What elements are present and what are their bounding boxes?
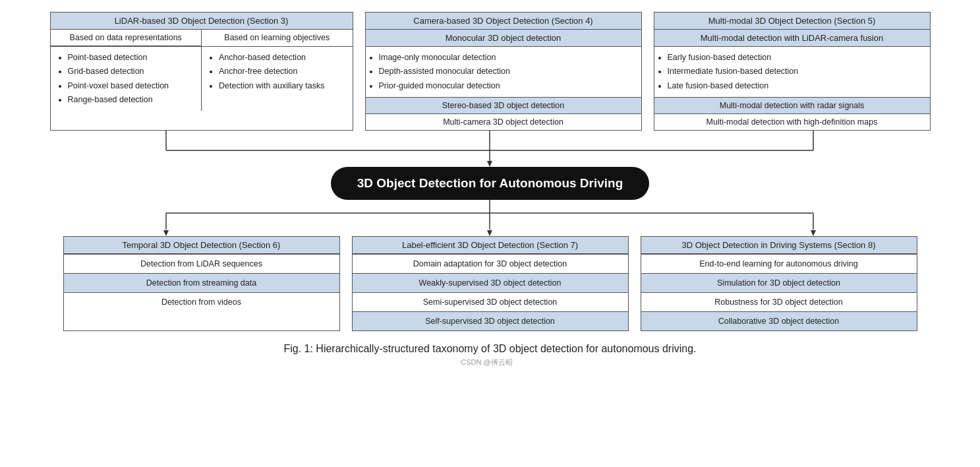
list-item: Anchor-based detection	[219, 51, 346, 65]
list-item: Late fusion-based detection	[668, 79, 917, 93]
svg-marker-13	[811, 230, 816, 236]
center-node: 3D Object Detection for Autonomous Drivi…	[331, 167, 650, 200]
list-item: Intermediate fusion-based detection	[668, 65, 917, 78]
camera-extra-row-0: Stereo-based 3D object detection	[366, 97, 641, 113]
top-arrows	[13, 131, 967, 167]
svg-marker-11	[487, 230, 492, 236]
list-item: Early fusion-based detection	[668, 51, 917, 65]
top-row: LiDAR-based 3D Object Detection (Section…	[13, 12, 967, 131]
list-item: Point-based detection	[68, 51, 195, 65]
lidar-box: LiDAR-based 3D Object Detection (Section…	[50, 12, 353, 131]
list-item: Prior-guided monocular detection	[379, 79, 628, 93]
label-efficient-box: Label-efficient 3D Object Detection (Sec…	[352, 236, 629, 331]
temporal-row-1: Detection from streaming data	[64, 273, 339, 292]
lidar-split-headers: Based on data representations Based on l…	[51, 30, 353, 47]
camera-extra-row-1: Multi-camera 3D object detection	[366, 113, 641, 130]
temporal-header: Temporal 3D Object Detection (Section 6)	[64, 237, 339, 254]
label-efficient-row-0: Domain adaptation for 3D object detectio…	[353, 254, 628, 273]
bottom-arrows	[13, 200, 967, 236]
svg-marker-9	[163, 230, 169, 236]
label-efficient-row-1: Weakly-supervised 3D object detection	[353, 273, 628, 292]
lidar-left-header: Based on data representations	[51, 30, 202, 46]
camera-header: Camera-based 3D Object Detection (Sectio…	[366, 13, 641, 30]
camera-sub-header: Monocular 3D object detection	[366, 30, 641, 47]
bottom-row: Temporal 3D Object Detection (Section 6)…	[13, 236, 967, 331]
driving-systems-row-0: End-to-end learning for autonomous drivi…	[641, 254, 917, 273]
svg-marker-5	[487, 161, 492, 167]
multimodal-extra-row-0: Multi-modal detection with radar signals	[654, 97, 930, 113]
driving-systems-row-3: Collaborative 3D object detection	[641, 311, 917, 330]
list-item: Point-voxel based detection	[68, 79, 195, 93]
multimodal-box: Multi-modal 3D Object Detection (Section…	[654, 12, 931, 131]
figure-caption: Fig. 1: Hierarchically-structured taxono…	[283, 343, 696, 355]
camera-box: Camera-based 3D Object Detection (Sectio…	[365, 12, 642, 131]
label-efficient-header: Label-efficient 3D Object Detection (Sec…	[353, 237, 628, 254]
lidar-right-header: Based on learning objectives	[202, 30, 353, 46]
multimodal-header: Multi-modal 3D Object Detection (Section…	[654, 13, 930, 30]
driving-systems-row-1: Simulation for 3D object detection	[641, 273, 917, 292]
temporal-row-2: Detection from videos	[64, 292, 339, 311]
lidar-split-body: Point-based detection Grid-based detecti…	[51, 47, 353, 111]
temporal-box: Temporal 3D Object Detection (Section 6)…	[63, 236, 340, 331]
list-item: Detection with auxiliary tasks	[219, 79, 346, 93]
list-item: Image-only monocular detection	[379, 51, 628, 65]
label-efficient-row-2: Semi-supervised 3D object detection	[353, 292, 628, 311]
list-item: Range-based detection	[68, 93, 195, 107]
multimodal-body: Early fusion-based detection Intermediat…	[654, 47, 930, 97]
camera-body: Image-only monocular detection Depth-ass…	[366, 47, 641, 97]
driving-systems-box: 3D Object Detection in Driving Systems (…	[641, 236, 917, 331]
watermark: CSDN @傅云昭	[461, 358, 519, 367]
lidar-left-body: Point-based detection Grid-based detecti…	[51, 47, 202, 111]
lidar-right-body: Anchor-based detection Anchor-free detec…	[202, 47, 353, 111]
lidar-header: LiDAR-based 3D Object Detection (Section…	[51, 13, 353, 30]
diagram: LiDAR-based 3D Object Detection (Section…	[13, 12, 967, 367]
driving-systems-header: 3D Object Detection in Driving Systems (…	[641, 237, 917, 254]
temporal-row-0: Detection from LiDAR sequences	[64, 254, 339, 273]
multimodal-sub-header: Multi-modal detection with LiDAR-camera …	[654, 30, 930, 47]
driving-systems-row-2: Robustness for 3D object detection	[641, 292, 917, 311]
list-item: Depth-assisted monocular detection	[379, 65, 628, 78]
list-item: Anchor-free detection	[219, 65, 346, 78]
list-item: Grid-based detection	[68, 65, 195, 78]
label-efficient-row-3: Self-supervised 3D object detection	[353, 311, 628, 330]
multimodal-extra-row-1: Multi-modal detection with high-definiti…	[654, 113, 930, 130]
